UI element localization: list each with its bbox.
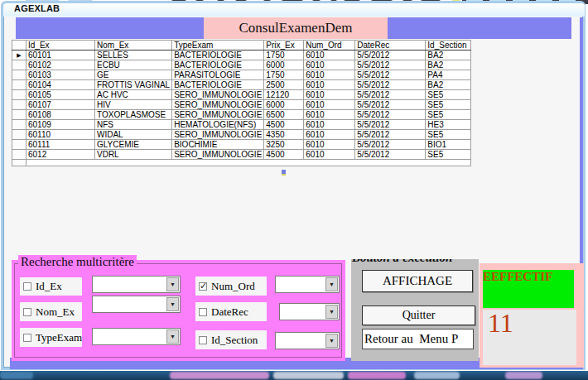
checkbox-nom-ex[interactable]: Nom_Ex xyxy=(20,302,82,321)
table-cell: SE5 xyxy=(426,110,471,120)
nom-ex-combobox[interactable]: ▼ xyxy=(92,296,181,313)
affichage-button[interactable]: AFFICHAGE xyxy=(362,270,473,292)
dropdown-arrow-icon[interactable]: ▼ xyxy=(325,277,338,291)
id-ex-combobox[interactable]: ▼ xyxy=(92,276,181,293)
table-cell: 6010 xyxy=(304,90,355,100)
table-cell: 60110 xyxy=(27,130,95,140)
table-cell: 4350 xyxy=(264,130,304,140)
taskbar-artifact xyxy=(505,372,542,379)
row-selector[interactable] xyxy=(12,90,27,100)
checkbox-num-ord[interactable]: Num_Ord xyxy=(195,277,267,296)
table-row[interactable]: ▶60101SELLESBACTERIOLOGIE175060105/5/201… xyxy=(12,51,471,60)
table-cell: 6000 xyxy=(264,100,304,110)
form-title: ConsulExamenDem xyxy=(204,17,388,39)
table-row[interactable]: 60103GEPARASITOLOGIE175060105/5/2012PA4 xyxy=(12,70,471,80)
dropdown-arrow-icon[interactable]: ▼ xyxy=(166,297,179,311)
current-row-indicator[interactable]: ▶ xyxy=(12,51,27,60)
table-cell: BACTERIOLOGIE xyxy=(172,80,264,90)
row-selector[interactable] xyxy=(12,70,27,80)
row-selector[interactable] xyxy=(12,100,27,110)
table-row[interactable]: 60105AC HVCSERO_IMMUNOLOGIE1212060105/5/… xyxy=(12,90,471,100)
id-section-checkbox[interactable] xyxy=(199,336,207,344)
num-ord-checkbox[interactable] xyxy=(199,282,207,291)
table-cell: 60104 xyxy=(27,80,95,90)
exam-table[interactable]: Id_ExNom_ExTypeExamPrix_ExNum_OrdDateRec… xyxy=(12,40,471,166)
table-cell: 6010 xyxy=(304,130,355,140)
column-header[interactable]: TypeExam xyxy=(172,41,264,51)
action-panel: Bouton d'execution AFFICHAGE Quitter Ret… xyxy=(351,259,479,361)
table-cell: 4500 xyxy=(264,150,304,160)
screen-artifact xyxy=(282,170,286,176)
id-ex-label: Id_Ex xyxy=(36,280,62,293)
table-cell: SE5 xyxy=(426,150,471,160)
row-selector[interactable] xyxy=(12,110,27,120)
table-cell: 5/5/2012 xyxy=(355,70,426,80)
table-cell: VDRL xyxy=(95,150,172,160)
row-selector[interactable] xyxy=(12,80,27,90)
checkbox-id-section[interactable]: Id_Section xyxy=(195,330,267,349)
dropdown-arrow-icon[interactable]: ▼ xyxy=(166,329,179,344)
table-row[interactable]: 60108TOXOPLASMOSESERO_IMMUNOLOGIE6500601… xyxy=(12,110,471,120)
num-ord-label: Num_Ord xyxy=(211,280,255,293)
table-cell: 5/5/2012 xyxy=(355,90,426,100)
table-cell: 5/5/2012 xyxy=(355,120,426,130)
table-row[interactable]: 60109NFSHEMATOLOGIE(NFS)450060105/5/2012… xyxy=(12,120,471,130)
action-panel-title: Bouton d'execution xyxy=(352,259,452,265)
column-header[interactable]: Prix_Ex xyxy=(264,41,304,51)
table-row[interactable]: 60104FROTTIS VAGINALBACTERIOLOGIE2500601… xyxy=(12,80,471,90)
id-section-label: Id_Section xyxy=(211,334,258,347)
row-selector[interactable] xyxy=(12,120,27,130)
quitter-button[interactable]: Quitter xyxy=(362,305,475,325)
column-header[interactable]: Num_Ord xyxy=(304,41,355,51)
table-cell: 5/5/2012 xyxy=(355,140,426,150)
id-section-combobox[interactable]: ▼ xyxy=(275,332,340,349)
table-cell: HE3 xyxy=(426,120,471,130)
row-selector[interactable] xyxy=(12,60,27,70)
table-cell: HEMATOLOGIE(NFS) xyxy=(172,120,264,130)
dropdown-arrow-icon[interactable]: ▼ xyxy=(325,305,338,319)
table-row[interactable]: 60110WIDALSERO_IMMUNOLOGIE435060105/5/20… xyxy=(12,130,471,140)
column-header[interactable]: Id_Section xyxy=(426,41,471,51)
table-cell: SELLES xyxy=(95,51,172,60)
num-ord-combobox[interactable]: ▼ xyxy=(275,276,340,293)
id-ex-checkbox[interactable] xyxy=(23,282,31,291)
table-row[interactable]: 60107HIVSERO_IMMUNOLOGIE600060105/5/2012… xyxy=(12,100,471,110)
row-selector[interactable] xyxy=(12,140,27,150)
taskbar[interactable] xyxy=(0,371,588,380)
daterec-combobox[interactable]: ▼ xyxy=(279,303,340,320)
table-cell: 5/5/2012 xyxy=(355,60,426,70)
checkbox-typeexam[interactable]: TypeExam xyxy=(20,328,82,347)
table-cell: BIOCHIMIE xyxy=(172,140,264,150)
dropdown-arrow-icon[interactable]: ▼ xyxy=(166,277,179,291)
row-selector xyxy=(12,160,27,166)
checkbox-id-ex[interactable]: Id_Ex xyxy=(20,277,82,296)
column-header[interactable]: Nom_Ex xyxy=(95,41,172,51)
table-cell: TOXOPLASMOSE xyxy=(95,110,172,120)
table-cell: 2500 xyxy=(264,80,304,90)
retour-menu-button[interactable]: Retour au Menu P xyxy=(362,329,474,349)
checkbox-daterec[interactable]: DateRec xyxy=(195,302,267,321)
table-cell: 60107 xyxy=(27,100,95,110)
table-cell: 5/5/2012 xyxy=(355,150,426,160)
table-cell: 60105 xyxy=(27,90,95,100)
dropdown-arrow-icon[interactable]: ▼ xyxy=(325,334,338,348)
row-selector[interactable] xyxy=(12,150,27,160)
window-titlebar[interactable] xyxy=(3,3,585,17)
typeexam-combobox[interactable]: ▼ xyxy=(92,328,181,345)
search-panel: Recherche multicritère Id_Ex ▼ Nom_Ex ▼ … xyxy=(12,260,345,361)
table-cell xyxy=(27,160,471,166)
table-cell: SERO_IMMUNOLOGIE xyxy=(172,100,264,110)
row-selector[interactable] xyxy=(12,130,27,140)
taskbar-artifact xyxy=(0,372,33,379)
table-row[interactable]: 6012VDRLSERO_IMMUNOLOGIE450060105/5/2012… xyxy=(12,150,471,160)
table-row[interactable]: 60102ECBUBACTERIOLOGIE600060105/5/2012BA… xyxy=(12,60,471,70)
daterec-checkbox[interactable] xyxy=(199,308,207,316)
column-header[interactable]: Id_Ex xyxy=(27,41,95,51)
typeexam-checkbox[interactable] xyxy=(23,334,31,342)
table-cell: 60108 xyxy=(27,110,95,120)
table-row[interactable]: 60111GLYCEMIEBIOCHIMIE325060105/5/2012BI… xyxy=(12,140,471,150)
nom-ex-checkbox[interactable] xyxy=(23,308,31,316)
column-header[interactable]: DateRec xyxy=(355,41,426,51)
selector-column-header xyxy=(12,41,27,51)
table-cell: 60109 xyxy=(27,120,95,130)
